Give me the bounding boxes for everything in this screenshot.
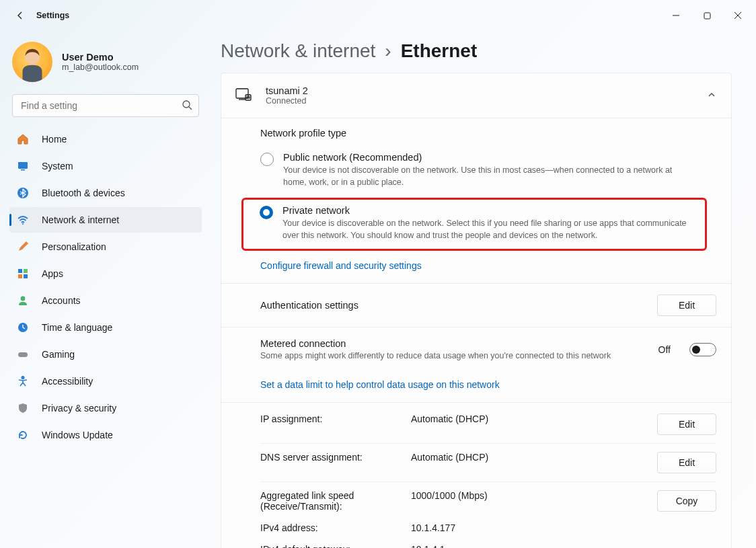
- sidebar-item-bluetooth[interactable]: Bluetooth & devices: [9, 180, 202, 206]
- svg-point-18: [22, 377, 24, 379]
- private-network-option[interactable]: Private network Your device is discovera…: [282, 205, 690, 241]
- breadcrumb-current: Ethernet: [401, 40, 478, 62]
- gw-value: 10.1.4.1: [411, 544, 716, 548]
- ip-assign-edit-button[interactable]: Edit: [657, 414, 716, 435]
- user-name: User Demo: [62, 52, 139, 63]
- dns-assign-value: Automatic (DHCP): [411, 452, 657, 463]
- auth-edit-button[interactable]: Edit: [657, 295, 716, 316]
- search-input[interactable]: [12, 94, 199, 117]
- search-icon: [182, 100, 192, 112]
- user-email: m_lab@outlook.com: [62, 63, 139, 72]
- bluetooth-icon: [16, 186, 30, 200]
- svg-point-5: [183, 101, 190, 108]
- auth-label: Authentication settings: [260, 300, 644, 311]
- sidebar-item-time[interactable]: Time & language: [9, 315, 202, 340]
- sidebar-item-label: Network & internet: [42, 214, 119, 225]
- connection-header[interactable]: tsunami 2 Connected: [221, 73, 731, 118]
- sidebar-item-privacy[interactable]: Privacy & security: [9, 395, 202, 421]
- svg-rect-11: [18, 269, 22, 273]
- chevron-up-icon[interactable]: [707, 90, 716, 102]
- private-network-highlight: Private network Your device is discovera…: [241, 198, 707, 250]
- sidebar-item-accessibility[interactable]: Accessibility: [9, 368, 202, 394]
- metered-label: Metered connection: [260, 338, 645, 349]
- wifi-icon: [16, 213, 30, 227]
- svg-rect-7: [18, 162, 28, 169]
- sidebar-item-label: Privacy & security: [42, 403, 116, 414]
- svg-rect-8: [21, 169, 25, 171]
- ip-assign-label: IP assignment:: [260, 414, 411, 424]
- user-block[interactable]: User Demo m_lab@outlook.com: [9, 36, 202, 91]
- metered-toggle[interactable]: [689, 343, 716, 356]
- ip-assign-value: Automatic (DHCP): [411, 414, 657, 424]
- sidebar-item-label: Apps: [42, 268, 63, 279]
- sidebar-item-gaming[interactable]: Gaming: [9, 342, 202, 367]
- ipv4-value: 10.1.4.177: [411, 522, 716, 533]
- connection-status: Connected: [266, 96, 693, 106]
- brush-icon: [16, 240, 30, 253]
- sidebar: User Demo m_lab@outlook.com Home System …: [0, 31, 209, 548]
- public-network-option[interactable]: Public network (Recommended) Your device…: [221, 145, 731, 192]
- dns-assign-label: DNS server assignment:: [260, 452, 411, 463]
- svg-rect-14: [24, 274, 28, 278]
- svg-rect-19: [236, 89, 248, 98]
- sidebar-item-accounts[interactable]: Accounts: [9, 288, 202, 313]
- gamepad-icon: [16, 348, 30, 361]
- radio-private[interactable]: [260, 206, 273, 219]
- profile-section-title: Network profile type: [221, 118, 731, 145]
- back-button[interactable]: [11, 6, 30, 25]
- chevron-right-icon: ›: [385, 40, 391, 62]
- connection-name: tsunami 2: [266, 85, 693, 96]
- system-icon: [16, 159, 30, 173]
- clock-icon: [16, 321, 30, 334]
- breadcrumb-parent[interactable]: Network & internet: [221, 40, 375, 62]
- svg-point-10: [22, 223, 24, 225]
- metered-row: Metered connection Some apps might work …: [221, 327, 731, 373]
- dns-assign-edit-button[interactable]: Edit: [657, 452, 716, 473]
- sidebar-item-label: Accessibility: [42, 376, 93, 387]
- arrow-left-icon: [15, 10, 26, 21]
- copy-button[interactable]: Copy: [657, 490, 716, 512]
- firewall-link[interactable]: Configure firewall and security settings: [221, 253, 422, 283]
- sidebar-item-label: Windows Update: [42, 430, 113, 440]
- sidebar-item-update[interactable]: Windows Update: [9, 422, 202, 448]
- private-desc: Your device is discoverable on the netwo…: [282, 216, 690, 241]
- metered-desc: Some apps might work differently to redu…: [260, 349, 645, 362]
- sidebar-item-label: Gaming: [42, 349, 75, 360]
- svg-line-6: [189, 107, 192, 110]
- sidebar-item-home[interactable]: Home: [9, 126, 202, 152]
- public-label: Public network (Recommended): [283, 152, 692, 163]
- speed-value: 1000/1000 (Mbps): [411, 490, 657, 501]
- maximize-icon: [704, 12, 711, 19]
- titlebar: Settings: [0, 0, 756, 31]
- sidebar-item-personalization[interactable]: Personalization: [9, 234, 202, 260]
- nav-list: Home System Bluetooth & devices Network …: [9, 126, 202, 448]
- auth-row: Authentication settings Edit: [221, 284, 731, 327]
- close-button[interactable]: [722, 2, 753, 29]
- sidebar-item-label: System: [42, 161, 73, 171]
- maximize-button[interactable]: [691, 2, 722, 29]
- close-icon: [734, 11, 742, 19]
- connection-card: tsunami 2 Connected Network profile type…: [221, 73, 732, 548]
- svg-point-15: [21, 297, 26, 301]
- sidebar-item-label: Bluetooth & devices: [42, 188, 125, 198]
- sidebar-item-apps[interactable]: Apps: [9, 261, 202, 286]
- minimize-button[interactable]: [660, 2, 691, 29]
- metered-limit-link[interactable]: Set a data limit to help control data us…: [221, 373, 500, 402]
- sidebar-item-system[interactable]: System: [9, 153, 202, 179]
- person-icon: [16, 294, 30, 307]
- sidebar-item-label: Time & language: [42, 322, 112, 333]
- radio-public[interactable]: [260, 153, 274, 166]
- sidebar-item-network[interactable]: Network & internet: [9, 207, 202, 233]
- minimize-icon: [672, 11, 680, 19]
- window-title: Settings: [36, 11, 69, 20]
- apps-icon: [16, 267, 30, 280]
- ethernet-icon: [235, 86, 252, 106]
- ipv4-label: IPv4 address:: [260, 522, 411, 533]
- svg-rect-1: [704, 13, 710, 19]
- sidebar-item-label: Accounts: [42, 295, 81, 306]
- avatar: [12, 42, 52, 82]
- private-label: Private network: [282, 205, 690, 216]
- content: Network & internet › Ethernet tsunami 2 …: [209, 31, 756, 548]
- svg-rect-17: [18, 352, 28, 357]
- svg-rect-12: [24, 269, 28, 273]
